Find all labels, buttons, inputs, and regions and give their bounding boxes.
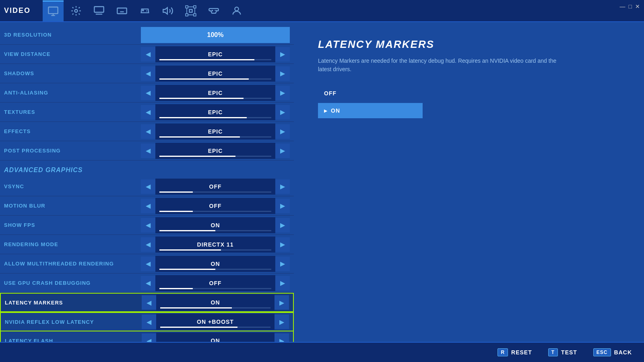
svg-point-24	[215, 10, 215, 10]
value-text-textures: EPIC	[208, 109, 223, 115]
nav-icon-audio[interactable]	[157, 0, 178, 21]
slider-bar-anti-aliasing	[159, 98, 271, 99]
arrow-left-nvidia-reflex[interactable]: ◀	[142, 315, 156, 329]
slider-bar-shadows	[159, 78, 271, 80]
arrow-left-show-fps[interactable]: ◀	[141, 218, 155, 232]
setting-row-3d-resolution: 3D RESOLUTION 100%	[0, 25, 294, 45]
option-off-label: OFF	[324, 90, 336, 97]
arrow-right-motion-blur[interactable]: ▶	[275, 199, 290, 213]
setting-control-motion-blur: ◀ OFF ▶	[141, 198, 290, 214]
setting-control-multithreaded: ◀ ON ▶	[141, 256, 290, 272]
setting-row-nvidia-reflex: NVIDIA REFLEX LOW LATENCY ◀ ON +BOOST ▶	[0, 312, 294, 331]
arrow-right-rendering-mode[interactable]: ▶	[275, 237, 290, 252]
value-text-view-distance: EPIC	[208, 51, 223, 58]
top-bar: VIDEO	[0, 0, 644, 22]
setting-row-anti-aliasing: ANTI-ALIASING ◀ EPIC ▶	[0, 83, 294, 103]
setting-label-shadows: SHADOWS	[4, 70, 141, 76]
arrow-right-view-distance[interactable]: ▶	[275, 47, 290, 62]
setting-label-textures: TEXTURES	[4, 109, 141, 115]
arrow-right-multithreaded[interactable]: ▶	[275, 257, 290, 271]
arrow-left-multithreaded[interactable]: ◀	[141, 257, 155, 271]
left-panel: 3D RESOLUTION 100% VIEW DISTANCE ◀ EPIC …	[0, 22, 294, 342]
arrow-left-rendering-mode[interactable]: ◀	[141, 237, 155, 252]
nav-icon-network[interactable]	[180, 0, 201, 21]
setting-control-latency-markers: ◀ ON ▶	[142, 294, 289, 311]
arrow-right-shadows[interactable]: ▶	[275, 66, 290, 81]
nav-icon-display[interactable]	[89, 0, 109, 21]
label-test: TEST	[561, 349, 577, 356]
setting-label-gpu-crash: USE GPU CRASH DEBUGGING	[4, 280, 141, 286]
arrow-left-anti-aliasing[interactable]: ◀	[141, 86, 155, 100]
nav-icon-controller[interactable]	[203, 0, 224, 21]
maximize-btn[interactable]: □	[629, 3, 632, 10]
svg-rect-16	[186, 14, 188, 16]
setting-control-rendering-mode: ◀ DIRECTX 11 ▶	[141, 237, 290, 253]
action-back[interactable]: ESC BACK	[593, 348, 632, 356]
setting-row-latency-markers[interactable]: LATENCY MARKERS ◀ ON ▶	[0, 293, 294, 312]
arrow-left-latency-markers[interactable]: ◀	[142, 295, 156, 310]
nav-icon-account[interactable]	[226, 0, 247, 21]
svg-rect-13	[190, 9, 192, 12]
setting-control-shadows: ◀ EPIC ▶	[141, 66, 290, 82]
play-icon: ▶	[324, 109, 328, 113]
option-on[interactable]: ▶ ON	[318, 103, 423, 118]
detail-description: Latency Markers are needed for the laten…	[318, 57, 559, 74]
arrow-right-gpu-crash[interactable]: ▶	[275, 276, 290, 290]
action-reset[interactable]: R RESET	[497, 348, 532, 356]
slider-bar-gpu-crash	[159, 288, 271, 289]
value-text-post-processing: EPIC	[208, 148, 223, 154]
arrow-right-post-processing[interactable]: ▶	[275, 144, 290, 158]
slider-bar-textures	[159, 117, 271, 118]
svg-rect-17	[194, 14, 196, 16]
arrow-right-latency-markers[interactable]: ▶	[275, 295, 289, 310]
arrow-left-motion-blur[interactable]: ◀	[141, 199, 155, 213]
slider-bar-effects	[159, 136, 271, 138]
value-box-rendering-mode: DIRECTX 11	[155, 237, 275, 253]
setting-control-post-processing: ◀ EPIC ▶	[141, 143, 290, 159]
value-text-multithreaded: ON	[211, 261, 220, 267]
arrow-left-textures[interactable]: ◀	[141, 105, 155, 119]
arrow-left-vsync[interactable]: ◀	[141, 179, 155, 194]
arrow-right-anti-aliasing[interactable]: ▶	[275, 86, 290, 100]
arrow-right-latency-flash[interactable]: ▶	[275, 333, 289, 342]
value-box-motion-blur: OFF	[155, 198, 275, 214]
right-panel: LATENCY MARKERS Latency Markers are need…	[302, 22, 644, 342]
setting-label-post-processing: POST PROCESSING	[4, 148, 141, 154]
minimize-btn[interactable]: —	[620, 3, 625, 10]
key-test: T	[548, 348, 558, 356]
nav-icons	[43, 0, 247, 21]
arrow-right-textures[interactable]: ▶	[275, 105, 290, 119]
bottom-bar: R RESET T TEST ESC BACK	[0, 342, 644, 362]
action-test[interactable]: T TEST	[548, 348, 577, 356]
nav-icon-gear[interactable]	[66, 0, 87, 21]
key-reset: R	[497, 348, 508, 356]
setting-row-view-distance: VIEW DISTANCE ◀ EPIC ▶	[0, 45, 294, 64]
value-box-gpu-crash: OFF	[155, 275, 275, 291]
nav-icon-keyboard[interactable]	[111, 0, 132, 21]
nav-icon-monitor[interactable]	[43, 0, 64, 21]
setting-row-vsync: VSYNC ◀ OFF ▶	[0, 177, 294, 196]
value-box-textures: EPIC	[155, 104, 275, 120]
setting-label-show-fps: SHOW FPS	[4, 222, 141, 228]
arrow-left-shadows[interactable]: ◀	[141, 66, 155, 81]
arrow-left-gpu-crash[interactable]: ◀	[141, 276, 155, 290]
value-text-show-fps: ON	[211, 222, 220, 228]
arrow-left-post-processing[interactable]: ◀	[141, 144, 155, 158]
arrow-left-view-distance[interactable]: ◀	[141, 47, 155, 62]
close-btn[interactable]: ✕	[635, 3, 640, 10]
arrow-right-effects[interactable]: ▶	[275, 124, 290, 139]
value-box-show-fps: ON	[155, 217, 275, 233]
arrow-right-vsync[interactable]: ▶	[275, 179, 290, 194]
arrow-left-effects[interactable]: ◀	[141, 124, 155, 139]
setting-row-motion-blur: MOTION BLUR ◀ OFF ▶	[0, 196, 294, 216]
option-off[interactable]: OFF	[318, 86, 423, 101]
option-on-label: ON	[331, 107, 340, 114]
arrow-right-nvidia-reflex[interactable]: ▶	[275, 315, 289, 329]
arrow-right-show-fps[interactable]: ▶	[275, 218, 290, 232]
key-back: ESC	[593, 348, 611, 356]
nav-icon-gamepad[interactable]	[134, 0, 155, 21]
setting-control-3d-resolution: 100%	[141, 27, 290, 43]
arrow-left-latency-flash[interactable]: ◀	[142, 333, 156, 342]
value-box-multithreaded: ON	[155, 256, 275, 272]
slider-bar-view-distance	[159, 59, 271, 60]
